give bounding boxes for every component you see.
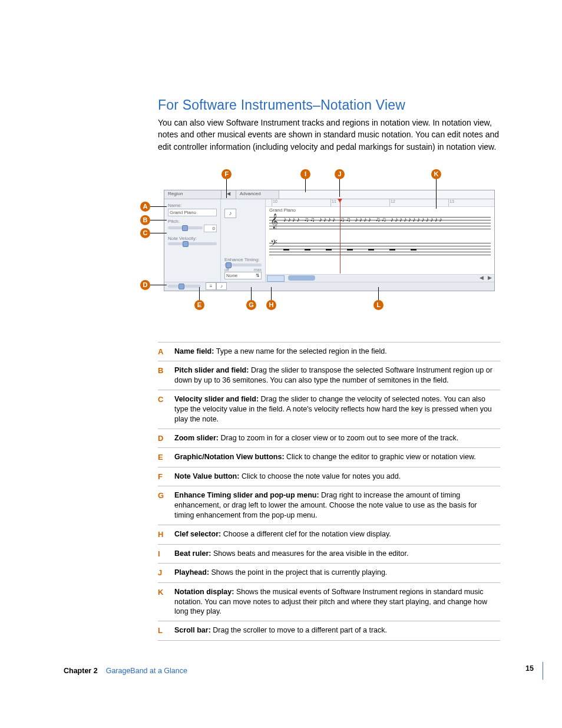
editor-panel: Region ◀ Advanced Name: Grand Piano Pitc… xyxy=(164,190,495,291)
callout-key: F xyxy=(158,467,174,486)
callout-c: C xyxy=(140,228,150,238)
callout-desc: Graphic/Notation View buttons: Click to … xyxy=(174,448,500,467)
callout-desc: Note Value button: Click to choose the n… xyxy=(174,467,500,486)
callout-desc: Zoom slider: Drag to zoom in for a close… xyxy=(174,429,500,448)
leader-line xyxy=(436,179,437,209)
notation-display[interactable]: 10 11 12 13 Grand Piano 𝄞 ♪♪♪♪ ♫♫ ♪♪♪♪ ♫… xyxy=(266,199,494,282)
name-label: Name: xyxy=(168,203,217,208)
callout-desc: Scroll bar: Drag the scroller to move to… xyxy=(174,621,500,641)
header-region[interactable]: Region xyxy=(164,190,222,199)
callout-key: G xyxy=(158,486,174,525)
callout-key: I xyxy=(158,544,174,564)
callout-g: G xyxy=(246,300,256,310)
name-field[interactable]: Grand Piano xyxy=(168,209,217,216)
enhance-off-label: off xyxy=(224,268,229,272)
enhance-timing-label: Enhance Timing: xyxy=(224,257,262,262)
callout-row: FNote Value button: Click to choose the … xyxy=(158,467,500,486)
callout-b: B xyxy=(140,215,150,225)
callout-key: B xyxy=(158,361,174,390)
callout-key: J xyxy=(158,564,174,583)
callout-row: BPitch slider and field: Drag the slider… xyxy=(158,361,500,390)
callout-desc: Name field: Type a new name for the sele… xyxy=(174,342,500,361)
enhance-timing-slider[interactable] xyxy=(224,263,262,266)
region-column: Name: Grand Piano Pitch: 0 Note Velocity… xyxy=(164,199,221,282)
callout-row: GEnhance Timing slider and pop-up menu: … xyxy=(158,486,500,525)
footer-title: GarageBand at a Glance xyxy=(106,667,187,675)
intro-paragraph: You can also view Software Instrument tr… xyxy=(158,117,500,153)
callout-key: K xyxy=(158,582,174,621)
leader-line xyxy=(150,285,167,285)
callout-row: DZoom slider: Drag to zoom in for a clos… xyxy=(158,429,500,448)
notes-row[interactable]: ♪♪♪♪ ♫♫ ♪♪♪♪ ♫♫ ♪♪♪♪ ♫♫ ♪♪♪♪♪♪♪♪♪♪♪♪ xyxy=(283,216,491,232)
graphic-view-button[interactable]: ≡ xyxy=(206,282,216,290)
velocity-slider[interactable] xyxy=(168,242,217,245)
callout-e: E xyxy=(194,300,204,310)
callout-k: K xyxy=(431,169,441,179)
beat-ruler[interactable]: 10 11 12 13 xyxy=(266,199,494,207)
advanced-column: ♪ Enhance Timing: off max None⇅ xyxy=(221,199,266,282)
rests-row: ▬▬▬▬▬▬▬ xyxy=(283,245,491,252)
callout-desc: Beat ruler: Shows beats and measures for… xyxy=(174,544,500,564)
leader-line xyxy=(251,287,252,300)
scroll-arrows-icon[interactable]: ◀ ▶ xyxy=(480,275,493,281)
page-number: 15 xyxy=(525,664,534,673)
leader-line xyxy=(150,220,167,220)
callout-l: L xyxy=(373,300,384,310)
callout-row: AName field: Type a new name for the sel… xyxy=(158,342,500,361)
callout-row: LScroll bar: Drag the scroller to move t… xyxy=(158,621,500,641)
leader-line xyxy=(150,206,167,207)
zoom-slider[interactable] xyxy=(168,285,201,288)
leader-line xyxy=(226,179,227,198)
page-footer: Chapter 2 GarageBand at a Glance 15 xyxy=(0,664,562,677)
score-region-title: Grand Piano xyxy=(269,207,296,213)
callout-a: A xyxy=(140,202,150,212)
leader-line xyxy=(271,287,272,300)
footer-chapter: Chapter 2 xyxy=(64,667,98,675)
callout-key: A xyxy=(158,342,174,361)
pitch-label: Pitch: xyxy=(168,219,217,224)
pitch-field[interactable]: 0 xyxy=(204,225,217,232)
leader-line xyxy=(150,233,167,233)
playhead[interactable] xyxy=(340,199,340,274)
view-buttons: ≡ ♪ xyxy=(206,282,227,290)
callout-desc: Velocity slider and field: Drag the slid… xyxy=(174,390,500,429)
callout-f: F xyxy=(222,169,232,179)
callout-desc: Notation display: Shows the musical even… xyxy=(174,582,500,621)
callout-row: JPlayhead: Shows the point in the projec… xyxy=(158,564,500,583)
callout-key: D xyxy=(158,429,174,448)
callout-d: D xyxy=(140,280,150,290)
callout-row: HClef selector: Choose a different clef … xyxy=(158,525,500,545)
callout-row: EGraphic/Notation View buttons: Click to… xyxy=(158,448,500,467)
callout-key: H xyxy=(158,525,174,545)
scroll-thumb[interactable] xyxy=(288,275,315,281)
callout-desc: Clef selector: Choose a different clef f… xyxy=(174,525,500,545)
callout-key: E xyxy=(158,448,174,467)
note-value-button[interactable]: ♪ xyxy=(224,209,236,218)
callout-row: IBeat ruler: Shows beats and measures fo… xyxy=(158,544,500,564)
editor-footer: ≡ ♪ xyxy=(164,282,494,291)
popup-arrows-icon: ⇅ xyxy=(256,273,260,278)
enhance-max-label: max xyxy=(254,268,262,272)
enhance-timing-popup[interactable]: None⇅ xyxy=(224,272,262,279)
notation-view-button[interactable]: ♪ xyxy=(216,282,227,290)
callout-desc: Pitch slider and field: Drag the slider … xyxy=(174,361,500,390)
callout-desc: Enhance Timing slider and pop-up menu: D… xyxy=(174,486,500,525)
section-heading: For Software Instruments–Notation View xyxy=(158,97,500,113)
pitch-slider[interactable] xyxy=(168,226,203,229)
leader-line xyxy=(378,287,379,300)
callout-key: L xyxy=(158,621,174,641)
leader-line xyxy=(305,179,306,192)
callout-h: H xyxy=(266,300,276,310)
header-collapse-icon[interactable]: ◀ xyxy=(222,190,236,199)
annotated-figure: F I J K A B C D E G H L Region ◀ Advance… xyxy=(140,169,500,314)
callout-i: I xyxy=(300,169,310,179)
editor-header: Region ◀ Advanced xyxy=(164,190,494,199)
callout-j: J xyxy=(335,169,345,179)
scroll-bar[interactable]: ◀ ▶ xyxy=(266,274,494,282)
header-advanced[interactable]: Advanced xyxy=(236,190,279,199)
callout-table: AName field: Type a new name for the sel… xyxy=(158,342,500,641)
clef-selector[interactable] xyxy=(267,275,285,282)
callout-key: C xyxy=(158,390,174,429)
leader-line xyxy=(199,287,200,300)
callout-row: CVelocity slider and field: Drag the sli… xyxy=(158,390,500,429)
